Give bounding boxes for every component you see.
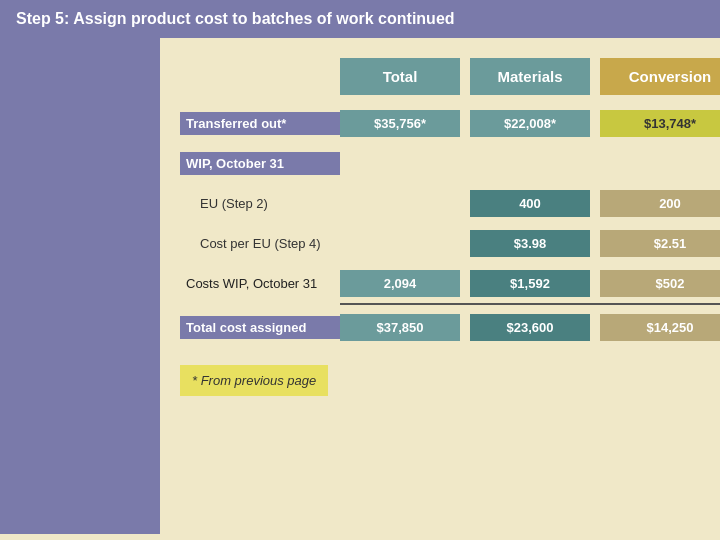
cell-costswip-total: 2,094 [340, 270, 460, 297]
footnote: * From previous page [180, 365, 328, 396]
table-row: Costs WIP, October 31 2,094 $1,592 $502 [180, 265, 720, 301]
row-label-wip: WIP, October 31 [180, 152, 340, 175]
cell-eu-conversion: 200 [600, 190, 720, 217]
page-container: Step 5: Assign product cost to batches o… [0, 0, 720, 540]
separator-row [180, 303, 720, 305]
table-wrapper: Total Materials Conversion Transferred o… [180, 58, 720, 345]
row-label-cost-per-eu: Cost per EU (Step 4) [180, 232, 340, 255]
cell-transferred-conversion: $13,748* [600, 110, 720, 137]
cell-total-total: $37,850 [340, 314, 460, 341]
cell-total-conversion: $14,250 [600, 314, 720, 341]
cell-transferred-materials: $22,008* [470, 110, 590, 137]
cell-wip-conversion [600, 157, 720, 169]
header-row: Total Materials Conversion [180, 58, 720, 95]
cell-eu-materials: 400 [470, 190, 590, 217]
content-area: Total Materials Conversion Transferred o… [0, 38, 720, 534]
cell-cost-conversion: $2.51 [600, 230, 720, 257]
cell-costswip-materials: $1,592 [470, 270, 590, 297]
table-row: EU (Step 2) 400 200 [180, 185, 720, 221]
cell-costswip-conversion: $502 [600, 270, 720, 297]
cell-total-materials: $23,600 [470, 314, 590, 341]
row-label-costs-wip: Costs WIP, October 31 [180, 272, 340, 295]
title-bar: Step 5: Assign product cost to batches o… [0, 0, 720, 38]
col-conversion-header: Conversion [600, 58, 720, 95]
table-row: Total cost assigned $37,850 $23,600 $14,… [180, 309, 720, 345]
table-row: Transferred out* $35,756* $22,008* $13,7… [180, 105, 720, 141]
col-total-header: Total [340, 58, 460, 95]
cell-transferred-total: $35,756* [340, 110, 460, 137]
row-label-eu: EU (Step 2) [180, 192, 340, 215]
page-title: Step 5: Assign product cost to batches o… [16, 10, 455, 27]
table-row: WIP, October 31 [180, 145, 720, 181]
left-sidebar [0, 38, 160, 534]
cell-wip-materials [470, 157, 590, 169]
cell-eu-total [340, 197, 460, 209]
main-content: Total Materials Conversion Transferred o… [160, 38, 720, 534]
row-label-transferred: Transferred out* [180, 112, 340, 135]
col-materials-header: Materials [470, 58, 590, 95]
table-row: Cost per EU (Step 4) $3.98 $2.51 [180, 225, 720, 261]
row-label-total-assigned: Total cost assigned [180, 316, 340, 339]
cell-cost-materials: $3.98 [470, 230, 590, 257]
cell-cost-total [340, 237, 460, 249]
cell-wip-total [340, 157, 460, 169]
spacer [180, 95, 720, 101]
header-label-spacer [180, 58, 340, 95]
